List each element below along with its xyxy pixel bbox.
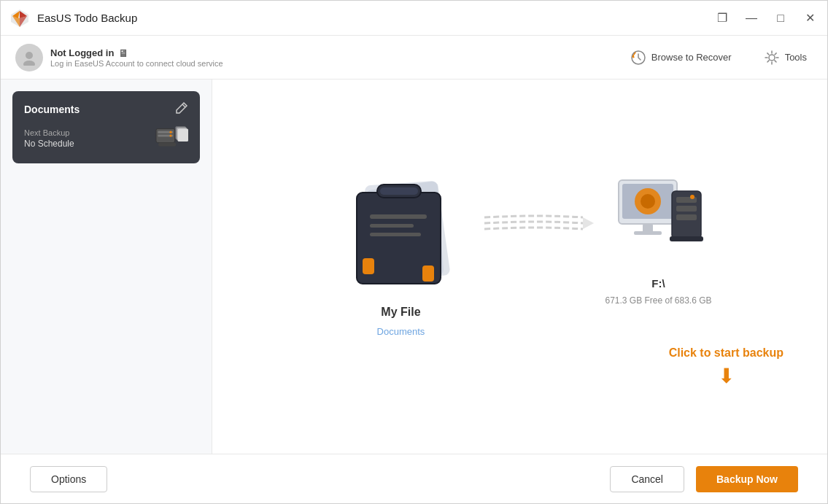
user-section: Not Logged in 🖥 Log in EaseUS Account to… [15,44,624,71]
right-buttons: Cancel Backup Now [610,466,798,492]
backup-device-icon [153,124,188,153]
user-name: Not Logged in 🖥 [50,47,223,59]
browse-to-recover-label: Browse to Recover [651,52,732,63]
svg-rect-39 [676,214,697,220]
browse-to-recover-btn[interactable]: Browse to Recover [624,47,738,69]
svg-point-9 [769,55,775,61]
tools-label: Tools [785,52,807,63]
center-area: My File Documents [212,80,827,454]
source-sublabel: Documents [377,326,425,337]
svg-rect-23 [380,187,418,195]
sidebar: Documents Next Backup No Schedule [1,80,212,454]
options-label: Options [51,473,86,485]
dest-label: F:\ [651,277,665,290]
source-file-icon [328,152,473,298]
app-window: EasUS Todo Backup ❐ — □ ✕ [0,0,828,504]
svg-point-5 [26,52,33,59]
minimize-btn[interactable]: — [743,9,760,27]
main-content: Documents Next Backup No Schedule [1,80,827,454]
close-icon: ✕ [805,11,815,25]
backup-schedule: Next Backup No Schedule [24,128,74,149]
user-info: Not Logged in 🖥 Log in EaseUS Account to… [50,47,223,68]
user-sub-text: Log in EaseUS Account to connect cloud s… [50,59,223,68]
dest-container: F:\ 671.3 GB Free of 683.6 GB [605,169,711,320]
options-button[interactable]: Options [30,466,107,492]
svg-rect-15 [158,143,176,147]
svg-point-13 [169,131,171,133]
maximize-btn[interactable]: □ [772,9,789,27]
svg-rect-27 [370,224,414,228]
recover-icon-svg [630,50,646,66]
svg-rect-24 [363,258,374,274]
svg-rect-35 [634,231,662,235]
svg-rect-28 [370,233,421,236]
backup-card-title: Documents [24,104,80,115]
backup-card-header: Documents [24,101,188,117]
header-actions: Browse to Recover Tools [624,47,813,69]
tools-btn[interactable]: Tools [758,47,813,69]
svg-point-6 [23,61,35,66]
down-arrow-icon: ⬇ [718,364,735,388]
tools-icon-svg [764,50,780,66]
minimize-icon: — [746,12,757,25]
user-avatar-icon [21,50,37,66]
arrow-area [473,209,605,282]
window-controls: ❐ — □ ✕ [713,9,819,27]
start-backup-text[interactable]: Click to start backup [669,346,783,360]
svg-point-33 [641,194,655,209]
source-label: My File [381,306,420,319]
svg-rect-41 [670,236,703,241]
maximize-icon: □ [777,12,784,25]
tools-icon [764,50,780,66]
restore-icon: ❐ [717,11,727,25]
backup-card[interactable]: Documents Next Backup No Schedule [12,91,200,163]
dest-sublabel: 671.3 GB Free of 683.6 GB [605,295,711,306]
svg-rect-18 [178,128,188,141]
start-backup-area[interactable]: Click to start backup ⬇ [669,346,783,388]
transfer-arrow [481,209,597,238]
restore-btn[interactable]: ❐ [713,9,731,27]
svg-point-14 [169,134,171,136]
source-container: My File Documents [328,152,473,337]
browse-recover-icon [630,50,646,66]
next-backup-label: Next Backup [24,128,74,137]
cancel-button[interactable]: Cancel [610,466,684,492]
cancel-label: Cancel [631,473,663,485]
svg-marker-29 [583,217,594,229]
close-btn[interactable]: ✕ [801,9,819,27]
backup-visual: My File Documents [212,152,827,337]
svg-rect-25 [422,265,434,282]
header-bar: Not Logged in 🖥 Log in EaseUS Account to… [1,36,827,80]
monitor-icon: 🖥 [118,47,128,59]
backup-now-label: Backup Now [716,473,778,485]
backup-now-button[interactable]: Backup Now [696,466,798,492]
svg-rect-38 [676,206,697,212]
app-logo [9,8,30,28]
app-title: EasUS Todo Backup [37,12,713,24]
avatar [15,44,43,71]
no-schedule-label: No Schedule [24,139,74,149]
svg-rect-26 [370,214,427,219]
svg-point-40 [690,195,694,199]
backup-card-body: Next Backup No Schedule [24,124,188,153]
edit-icon[interactable] [175,101,188,117]
title-bar: EasUS Todo Backup ❐ — □ ✕ [1,1,827,36]
bottom-bar: Options Cancel Backup Now [1,454,827,503]
dest-device-icon [608,169,710,271]
